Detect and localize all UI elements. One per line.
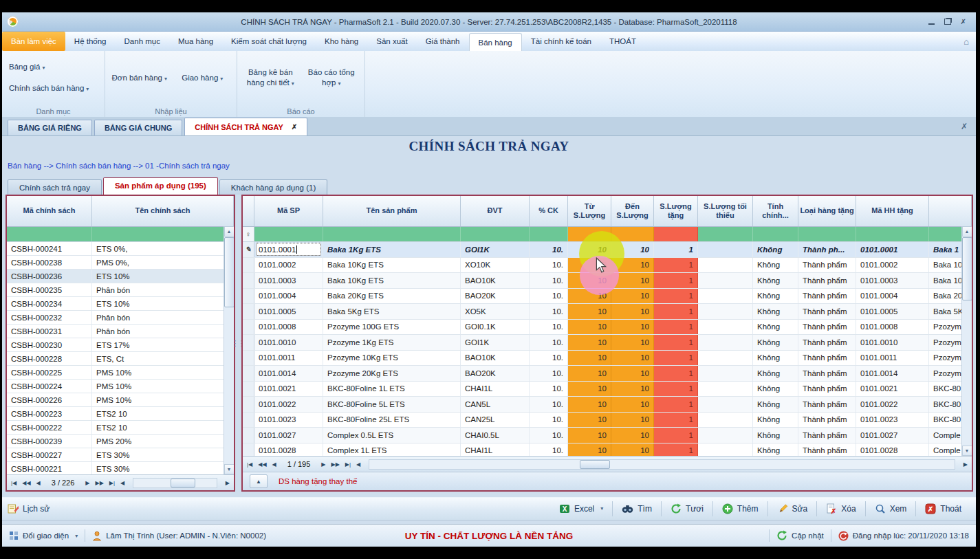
product-row[interactable]: 0101.0003Baka 10Kg ETSBAO10K10.10101Khôn… xyxy=(243,273,961,289)
cell-qty-gift[interactable]: 1 xyxy=(654,320,698,335)
cell-policy-code[interactable]: CSBH-000221 xyxy=(7,462,92,474)
pager-next-icon[interactable]: ▶ xyxy=(85,480,89,486)
cell-qty-gift[interactable]: 1 xyxy=(654,351,698,366)
row-selector[interactable] xyxy=(243,273,254,288)
cell-qty-gift[interactable]: 1 xyxy=(654,258,698,273)
cell-code[interactable]: 0101.0023 xyxy=(254,413,323,428)
cell-ck[interactable]: 10. xyxy=(530,335,568,350)
cell-qty-min[interactable] xyxy=(698,413,753,428)
cell-code[interactable]: 0101.0028 xyxy=(254,443,323,457)
ribbon-button-bang-ke-ban-hang-chi-tiet[interactable]: Bảng kê bán hàng chi tiết▾ xyxy=(240,67,301,88)
cell-ck[interactable]: 10. xyxy=(530,366,568,381)
cell-gift-type[interactable]: Thành phẩm xyxy=(798,258,856,273)
cell-qty-gift[interactable]: 1 xyxy=(654,443,698,457)
row-selector[interactable] xyxy=(243,258,254,273)
restore-icon[interactable] xyxy=(944,19,951,25)
policy-row[interactable]: CSBH-000226PMS 10% xyxy=(7,393,224,407)
cell-rounding[interactable]: Không xyxy=(753,258,798,273)
cell-rounding[interactable]: Không xyxy=(753,273,798,288)
filter-cell[interactable] xyxy=(530,227,568,241)
cell-qty-to[interactable]: 10 xyxy=(611,258,654,273)
sub-tab-san-pham-ap-dung-195[interactable]: Sản phẩm áp dụng (195) xyxy=(103,177,218,195)
cell-qty-min[interactable] xyxy=(698,382,753,397)
hscroll-left-icon[interactable]: ◀ xyxy=(356,461,360,468)
filter-cell[interactable] xyxy=(254,227,323,241)
cell-name[interactable]: Baka 1Kg ETS xyxy=(323,242,461,257)
column-header-tinh-chinh[interactable]: Tính chính... xyxy=(753,196,798,226)
tabs-close-icon[interactable]: ✗ xyxy=(961,122,968,131)
policy-row[interactable]: CSBH-000225PMS 10% xyxy=(7,366,224,380)
cell-name[interactable]: Baka 10Kg ETS xyxy=(323,258,461,273)
cell-gift-code[interactable]: 0101.0008 xyxy=(856,320,929,335)
policy-row[interactable]: CSBH-000236ETS 10% xyxy=(7,270,224,283)
cell-policy-name[interactable]: ETS2 10 xyxy=(92,407,224,420)
cell-gift-type[interactable]: Thành phẩm xyxy=(798,320,856,335)
menu-item-san-xuat[interactable]: Sản xuất xyxy=(367,32,416,51)
minimize-icon[interactable] xyxy=(928,23,935,25)
cell-qty-gift[interactable]: 1 xyxy=(654,304,698,319)
product-row[interactable]: 0101.0023BKC-80Foline 25L ETSCAN25L10.10… xyxy=(243,413,961,428)
cell-gift-code[interactable]: 0101.0003 xyxy=(856,273,929,288)
cell-qty-min[interactable] xyxy=(698,397,753,412)
column-header-loai-hang-tang[interactable]: Loại hàng tặng xyxy=(798,196,856,226)
xoa-button[interactable]: ✗Xóa xyxy=(816,501,864,516)
policy-vscrollbar[interactable]: ▲ ▼ xyxy=(224,226,234,474)
sub-tab-khach-hang-ap-dung-1[interactable]: Khách hàng áp dụng (1) xyxy=(219,179,327,195)
policy-filter-row[interactable] xyxy=(7,227,224,242)
cell-gift-code[interactable]: 0101.0021 xyxy=(856,382,929,397)
cell-policy-name[interactable]: PMS 10% xyxy=(92,380,224,393)
cell-policy-code[interactable]: CSBH-000224 xyxy=(7,380,92,393)
scroll-up-icon[interactable]: ▲ xyxy=(224,226,235,237)
cell-policy-code[interactable]: CSBH-000222 xyxy=(7,421,92,434)
cell-qty-to[interactable]: 10 xyxy=(611,289,654,304)
policy-row[interactable]: CSBH-000231Phân bón xyxy=(7,325,224,338)
column-header-den-s-luong[interactable]: Đến S.Lượng xyxy=(611,196,654,226)
excel-button[interactable]: XExcel▾ xyxy=(550,501,612,516)
cell-qty-min[interactable] xyxy=(698,273,753,288)
cell-policy-name[interactable]: Phân bón xyxy=(92,311,224,324)
cell-rounding[interactable]: Không xyxy=(753,397,798,412)
cell-policy-code[interactable]: CSBH-000234 xyxy=(7,297,92,310)
policy-row[interactable]: CSBH-000221ETS 30% xyxy=(7,462,224,474)
cell-qty-to[interactable]: 10 xyxy=(611,351,654,366)
cell-gift-type[interactable]: Thành phẩm xyxy=(798,304,856,319)
cell-gift-name[interactable]: Baka 10 xyxy=(929,258,961,273)
cell-rounding[interactable]: Không xyxy=(753,289,798,304)
cell-gift-name[interactable]: Baka 20 xyxy=(929,289,961,304)
cell-qty-from[interactable]: 10 xyxy=(568,304,611,319)
policy-row[interactable]: CSBH-000235Phân bón xyxy=(7,283,224,297)
cell-qty-from[interactable]: 10 xyxy=(568,242,611,257)
cell-policy-name[interactable]: ETS 0%, xyxy=(92,242,224,255)
cell-rounding[interactable]: Không xyxy=(753,428,798,443)
product-row[interactable]: 0101.0021BKC-80Foline 1L ETSCHAI1L10.101… xyxy=(243,382,961,397)
cell-code[interactable]: 0101.0001 xyxy=(254,242,323,257)
cell-ck[interactable]: 10. xyxy=(530,289,568,304)
cell-gift-code[interactable]: 0101.0027 xyxy=(856,428,929,443)
pager-fast-back-icon[interactable]: ◀◀ xyxy=(258,461,266,468)
cell-qty-to[interactable]: 10 xyxy=(611,242,654,257)
cell-code[interactable]: 0101.0010 xyxy=(254,335,323,350)
policy-row[interactable]: CSBH-000232Phân bón xyxy=(7,311,224,325)
scroll-thumb[interactable] xyxy=(171,479,195,487)
pager-prev-icon[interactable]: ◀ xyxy=(36,480,41,486)
cell-ck[interactable]: 10. xyxy=(530,258,568,273)
cell-rounding[interactable]: Không xyxy=(753,242,798,257)
cell-gift-type[interactable]: Thành phẩm xyxy=(798,413,856,428)
cell-policy-name[interactable]: ETS 10% xyxy=(92,270,224,283)
row-selector[interactable] xyxy=(243,366,254,381)
product-hscrollbar[interactable] xyxy=(369,459,955,470)
cell-qty-to[interactable]: 10 xyxy=(611,428,654,443)
cell-qty-gift[interactable]: 1 xyxy=(654,273,698,288)
cell-gift-type[interactable]: Thành phẩm xyxy=(798,443,856,457)
cell-unit[interactable]: XO5K xyxy=(461,304,530,319)
cell-policy-code[interactable]: CSBH-000231 xyxy=(7,325,92,338)
cell-policy-code[interactable]: CSBH-000239 xyxy=(7,435,92,448)
cell-code[interactable]: 0101.0002 xyxy=(254,258,323,273)
cell-gift-code[interactable]: 0101.0004 xyxy=(856,289,929,304)
cell-gift-code[interactable]: 0101.0005 xyxy=(856,304,929,319)
cell-gift-code[interactable]: 0101.0022 xyxy=(856,397,929,412)
pager-first-icon[interactable]: |◀ xyxy=(247,461,252,468)
scroll-thumb[interactable] xyxy=(580,460,610,469)
close-icon[interactable]: ✗ xyxy=(961,19,966,25)
cell-qty-min[interactable] xyxy=(698,258,753,273)
